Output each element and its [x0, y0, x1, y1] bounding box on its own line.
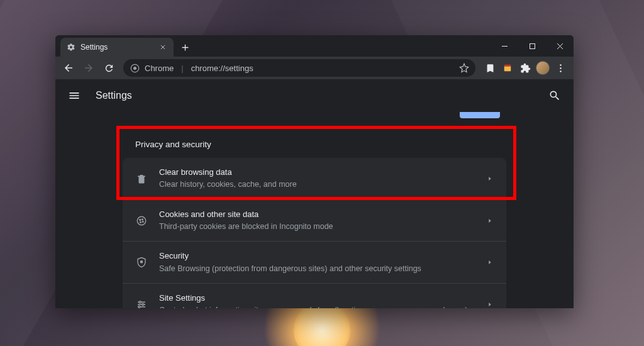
avatar: [536, 61, 550, 75]
search-settings-button[interactable]: [543, 84, 566, 107]
svg-point-19: [143, 221, 144, 222]
row-title: Clear browsing data: [159, 167, 475, 178]
arrow-right-icon: [83, 62, 94, 74]
section-title: Privacy and security: [123, 137, 506, 158]
site-info-button[interactable]: [130, 63, 140, 73]
chevron-right-icon: [486, 301, 494, 308]
row-cookies[interactable]: Cookies and other site data Third-party …: [123, 199, 506, 242]
menu-button[interactable]: [552, 60, 569, 76]
settings-header: Settings: [55, 79, 574, 112]
previous-section-button-remnant: [460, 112, 500, 118]
trash-icon: [135, 172, 148, 185]
box-icon: [502, 62, 513, 74]
bookmark-tag-icon: [485, 63, 496, 74]
privacy-security-card: Clear browsing data Clear history, cooki…: [123, 158, 506, 308]
svg-rect-10: [504, 66, 511, 71]
tab-close-button[interactable]: [158, 43, 167, 52]
minimize-icon: [501, 43, 508, 50]
url-path: chrome://settings: [191, 64, 253, 73]
svg-point-24: [142, 303, 144, 305]
row-subtitle: Controls what information sites can use …: [159, 305, 475, 308]
row-site-settings[interactable]: Site Settings Controls what information …: [123, 283, 506, 308]
svg-point-9: [133, 67, 136, 70]
arrow-left-icon: [63, 62, 74, 74]
gear-icon: [67, 43, 75, 52]
forward-button[interactable]: [79, 59, 98, 77]
chrome-window: Settings: [55, 35, 574, 308]
chevron-right-icon: [486, 259, 494, 266]
extension-1[interactable]: [482, 60, 498, 76]
row-title: Site Settings: [159, 293, 475, 304]
search-icon: [548, 89, 561, 102]
extension-2[interactable]: [499, 60, 516, 76]
url-label: Chrome: [145, 64, 174, 73]
menu-toggle-button[interactable]: [63, 84, 86, 107]
new-tab-button[interactable]: [176, 38, 194, 56]
reload-icon: [104, 63, 114, 74]
back-button[interactable]: [59, 59, 78, 77]
row-title: Cookies and other site data: [159, 209, 475, 220]
row-subtitle: Third-party cookies are blocked in Incog…: [159, 221, 475, 233]
address-bar[interactable]: Chrome | chrome://settings: [123, 59, 475, 77]
chrome-icon: [130, 64, 140, 73]
browser-toolbar: Chrome | chrome://settings: [55, 57, 574, 79]
settings-content: Privacy and security Clear browsing data…: [55, 112, 574, 308]
page-title: Settings: [96, 90, 132, 101]
svg-point-20: [140, 261, 142, 263]
row-title: Security: [159, 250, 475, 262]
maximize-button[interactable]: [518, 35, 546, 57]
chevron-right-icon: [486, 217, 494, 225]
row-subtitle: Safe Browsing (protection from dangerous…: [159, 264, 475, 275]
puzzle-icon: [520, 63, 531, 74]
bookmark-button[interactable]: [459, 63, 469, 73]
extensions-area: [480, 60, 570, 76]
row-security[interactable]: Security Safe Browsing (protection from …: [123, 241, 506, 283]
tab-title: Settings: [80, 43, 153, 52]
svg-point-13: [560, 67, 562, 69]
browser-tab[interactable]: Settings: [60, 38, 174, 57]
reload-button[interactable]: [99, 59, 118, 77]
scroll-area[interactable]: Privacy and security Clear browsing data…: [55, 112, 574, 308]
svg-point-12: [560, 64, 562, 66]
star-icon: [459, 63, 469, 73]
minimize-button[interactable]: [491, 35, 518, 57]
svg-rect-5: [530, 43, 535, 48]
sliders-icon: [135, 298, 148, 308]
row-subtitle: Clear history, cookies, cache, and more: [159, 179, 475, 191]
plus-icon: [181, 43, 189, 52]
shield-icon: [135, 256, 148, 269]
svg-point-18: [140, 221, 142, 223]
row-clear-browsing-data[interactable]: Clear browsing data Clear history, cooki…: [123, 158, 506, 199]
svg-point-14: [560, 70, 562, 72]
chevron-right-icon: [486, 175, 494, 182]
titlebar: Settings: [55, 35, 574, 57]
svg-point-17: [142, 218, 143, 220]
close-icon: [160, 44, 166, 50]
profile-button[interactable]: [535, 60, 551, 76]
extensions-button[interactable]: [517, 60, 533, 76]
window-controls: [491, 35, 574, 57]
close-icon: [557, 43, 564, 50]
hamburger-icon: [68, 89, 80, 102]
close-window-button[interactable]: [546, 35, 574, 57]
svg-rect-11: [504, 65, 511, 67]
cookie-icon: [135, 215, 148, 227]
svg-point-22: [139, 301, 141, 303]
dots-vertical-icon: [555, 63, 566, 74]
svg-point-16: [140, 219, 141, 220]
svg-point-15: [137, 216, 146, 225]
svg-point-26: [138, 306, 140, 308]
maximize-icon: [529, 43, 536, 50]
